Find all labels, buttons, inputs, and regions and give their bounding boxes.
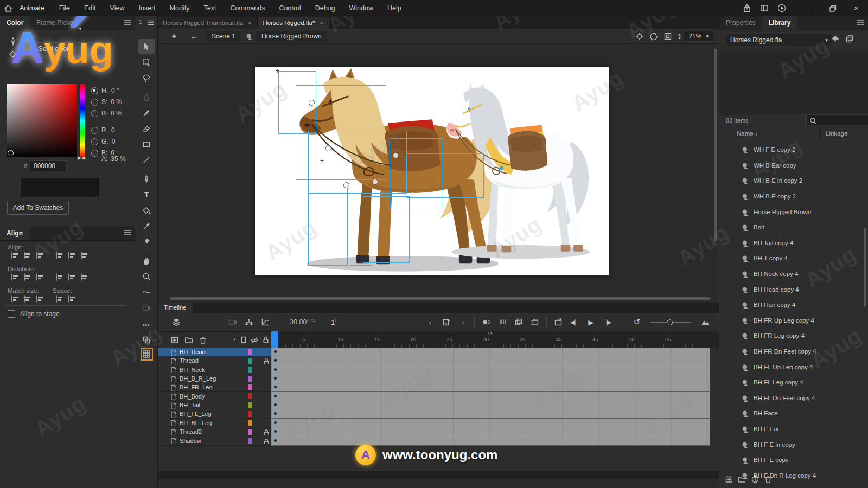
library-item[interactable]: BH T copy 4 bbox=[719, 251, 868, 266]
delete-layer-icon[interactable] bbox=[195, 333, 209, 346]
stage-hscrollbar[interactable] bbox=[170, 297, 711, 300]
tab-timeline[interactable]: Timeline bbox=[157, 303, 193, 313]
color-cursor[interactable] bbox=[8, 150, 14, 156]
share-icon[interactable] bbox=[740, 2, 754, 15]
timeline-layer-BH_Head[interactable]: BH_Head bbox=[157, 348, 271, 357]
color-value[interactable]: 0 % bbox=[111, 98, 122, 106]
align-button-5[interactable] bbox=[79, 251, 90, 260]
library-item[interactable]: BH Head copy 4 bbox=[719, 281, 868, 297]
lasso-tool[interactable] bbox=[138, 70, 155, 85]
play-button[interactable]: ▶ bbox=[584, 316, 598, 329]
layer-color-chip[interactable] bbox=[248, 420, 252, 426]
distribute-button-5[interactable] bbox=[79, 272, 90, 281]
step-back-button[interactable]: ◀▏ bbox=[567, 316, 582, 329]
panel-menu-icon[interactable] bbox=[124, 229, 131, 237]
timeline-frame-row-Thread[interactable] bbox=[271, 356, 710, 365]
layer-color-chip[interactable] bbox=[248, 376, 252, 382]
column-name[interactable]: Name ↓ bbox=[737, 130, 758, 137]
breadcrumb-scene[interactable]: Scene 1 bbox=[206, 31, 241, 42]
breadcrumb-symbol[interactable]: Horse Rigged Brown bbox=[256, 31, 327, 42]
library-item[interactable]: BH F E in copy bbox=[719, 436, 868, 452]
more-tools-button[interactable]: ••• bbox=[138, 318, 155, 332]
new-symbol-icon[interactable] bbox=[725, 475, 732, 484]
match-size-button-0[interactable] bbox=[10, 294, 20, 303]
camera-layer-icon[interactable] bbox=[226, 316, 240, 329]
tab-horses-rigged-thumbnail[interactable]: Horses Rigged Thumbnail.fla × bbox=[157, 17, 258, 29]
menu-commands[interactable]: Commands bbox=[223, 0, 272, 16]
stage-vscrollbar[interactable] bbox=[714, 49, 717, 241]
space-button-0[interactable] bbox=[54, 294, 65, 303]
close-button[interactable]: × bbox=[844, 0, 868, 16]
hand-tool[interactable] bbox=[138, 253, 155, 268]
lock-column-icon[interactable] bbox=[259, 333, 271, 346]
layer-color-chip[interactable] bbox=[248, 411, 252, 417]
radio-icon[interactable] bbox=[91, 110, 98, 117]
timeline-frame-row-BH_Tail[interactable] bbox=[271, 401, 710, 410]
selection-box-tail[interactable] bbox=[406, 153, 484, 198]
tab-frame-picker[interactable]: Frame Picker bbox=[30, 16, 81, 30]
library-item[interactable]: WH B E in copy 2 bbox=[719, 173, 868, 189]
layer-color-chip[interactable] bbox=[248, 402, 252, 408]
graph-editor-icon[interactable] bbox=[258, 316, 272, 329]
rotate-view-icon[interactable] bbox=[647, 30, 661, 43]
align-to-stage-checkbox[interactable] bbox=[8, 310, 15, 318]
library-item[interactable]: BH FL Leg copy 4 bbox=[719, 375, 868, 390]
workspace-icon[interactable] bbox=[757, 2, 771, 15]
menu-view[interactable]: View bbox=[103, 0, 132, 16]
radio-icon[interactable] bbox=[91, 138, 98, 145]
menu-help[interactable]: Help bbox=[380, 0, 409, 16]
pen-tool[interactable] bbox=[138, 171, 155, 186]
onion-skin-icon[interactable] bbox=[479, 316, 493, 329]
back-arrow-icon[interactable]: ← bbox=[187, 30, 201, 43]
menu-modify[interactable]: Modify bbox=[163, 0, 197, 16]
slider-knob[interactable] bbox=[667, 319, 673, 325]
layer-stack-icon[interactable] bbox=[169, 316, 183, 329]
layer-lock-toggle[interactable] bbox=[259, 438, 271, 444]
onion-outline-icon[interactable] bbox=[495, 316, 509, 329]
selection-tool[interactable] bbox=[138, 39, 155, 54]
color-value[interactable]: 0 ° bbox=[111, 87, 119, 94]
layer-color-chip[interactable] bbox=[248, 349, 252, 355]
library-item[interactable]: BH FL Dn Feet copy 4 bbox=[719, 390, 868, 406]
panel-menu-icon[interactable] bbox=[857, 19, 864, 27]
library-item[interactable]: WH B E copy 2 bbox=[719, 189, 868, 204]
align-button-4[interactable] bbox=[67, 251, 77, 260]
close-tab-icon[interactable]: × bbox=[320, 20, 323, 26]
eyedropper-tool[interactable] bbox=[138, 219, 155, 233]
layer-parenting-icon[interactable] bbox=[242, 316, 256, 329]
library-item[interactable]: BH FR Dn Feet copy 4 bbox=[719, 344, 868, 359]
timeline-frame-row-BH_Head[interactable] bbox=[271, 348, 710, 357]
color-value[interactable]: 0 bbox=[111, 126, 115, 134]
library-item[interactable]: BH FR Leg copy 4 bbox=[719, 328, 868, 344]
transform-handle[interactable] bbox=[343, 182, 349, 188]
radio-icon[interactable] bbox=[91, 87, 98, 94]
transform-handle[interactable] bbox=[326, 145, 331, 151]
fps-display[interactable]: 30.00FPS 1F bbox=[290, 318, 337, 326]
timeline-frame-row-BH_Neck[interactable] bbox=[271, 365, 710, 375]
step-forward-button[interactable]: ▕▶ bbox=[600, 316, 614, 329]
timeline-zoom-max-icon[interactable] bbox=[698, 316, 712, 329]
layer-lock-toggle[interactable] bbox=[259, 428, 271, 435]
library-item[interactable]: BH Tail copy 4 bbox=[719, 235, 868, 251]
color-swatch-grid-icon[interactable] bbox=[138, 347, 155, 362]
center-stage-icon[interactable] bbox=[633, 30, 647, 43]
loop-frames-icon[interactable] bbox=[528, 316, 542, 329]
timeline-frame-row-BH_Body[interactable] bbox=[271, 392, 710, 401]
layer-color-chip[interactable] bbox=[248, 358, 252, 364]
align-button-3[interactable] bbox=[54, 251, 65, 260]
width-tool[interactable] bbox=[138, 285, 155, 299]
transform-handle[interactable] bbox=[372, 179, 378, 185]
eraser-tool[interactable] bbox=[138, 121, 155, 136]
timeline-ruler[interactable]: 1s 510152025303540455055 bbox=[271, 331, 719, 348]
prev-keyframe-icon[interactable]: ‹ bbox=[423, 316, 437, 329]
menu-insert[interactable]: Insert bbox=[131, 0, 162, 16]
timeline-layer-BH_Body[interactable]: BH_Body bbox=[157, 392, 271, 401]
outline-column-icon[interactable] bbox=[239, 333, 248, 346]
timeline-frame-row-BH_BL_Leg[interactable] bbox=[271, 419, 710, 428]
hue-slider-marker[interactable]: ▶◀ bbox=[78, 155, 85, 160]
timeline-layer-Thread[interactable]: Thread bbox=[157, 356, 271, 365]
panel-menu-icon[interactable] bbox=[124, 19, 131, 27]
tab-align[interactable]: Align bbox=[0, 227, 29, 240]
zoom-tool[interactable] bbox=[138, 269, 155, 284]
library-item[interactable]: BH FL Up Leg copy 4 bbox=[719, 359, 868, 375]
